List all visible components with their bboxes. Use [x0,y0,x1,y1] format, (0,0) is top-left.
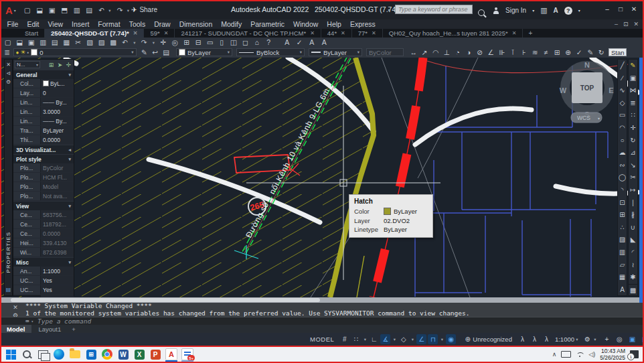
std-properties-icon[interactable]: ◻ [241,38,250,47]
annotation-scale-list-icon[interactable]: λ [542,334,552,344]
close-tab-icon[interactable]: ✕ [341,30,345,36]
std-new-icon[interactable]: ▢ [3,38,13,47]
wifi-icon[interactable] [576,352,584,357]
store-cart-icon[interactable]: ▥ [540,6,547,15]
palette-close-icon[interactable]: ✕ [6,62,11,68]
point-tool-icon[interactable]: ∴ [618,222,627,234]
notification-center-icon[interactable]: 1 [630,350,639,358]
ellipse-arc-tool-icon[interactable]: ◝ [618,184,627,197]
menu-item[interactable]: Window [289,20,322,28]
close-button[interactable]: ✕ [629,5,639,13]
block-editor-icon[interactable]: ▩ [629,285,637,297]
std-zoom-previous-icon[interactable]: ⊟ [194,38,204,47]
arc-tool-icon[interactable]: ◠ [618,122,627,135]
search-input[interactable] [395,5,473,14]
property-value[interactable]: Yes [40,285,74,294]
scale-caret-icon[interactable]: ▾ [574,334,580,344]
polygon-tool-icon[interactable]: ◇ [618,97,627,110]
app-menu-button[interactable]: A ▾ [5,5,16,15]
command-icon[interactable]: ⌨ [25,318,29,325]
lineweight-dropdown[interactable]: ByLayer ▾ [309,48,362,56]
polar-caret-icon[interactable]: ▾ [392,334,397,344]
join-tool-icon[interactable]: ∪ [629,222,637,234]
fillet-tool-icon[interactable]: ◜ [629,246,637,259]
battery-icon[interactable] [561,351,571,358]
insert-block-tool-icon[interactable]: ⊡ [618,197,627,210]
property-value[interactable]: 872.6398 [40,248,74,257]
mtext-tool-icon[interactable]: A [618,284,627,297]
std-open-icon[interactable]: ⬓ [15,38,25,47]
make-object-layer-current-icon[interactable]: ✎ [140,48,149,57]
linetype-dropdown[interactable]: ByBlock ▾ [236,48,305,56]
layer-previous-icon[interactable]: ↩ [151,48,160,57]
close-tab-icon[interactable]: ✕ [310,30,315,36]
dim-space-icon[interactable]: ≋ [531,48,540,57]
selection-type-dropdown[interactable]: N...▾ [15,61,40,68]
microsoft-store-app[interactable]: ⊞ [83,347,99,362]
dim-linear-icon[interactable]: ↔ [409,48,418,57]
break-tool-icon[interactable]: ∦ [629,209,637,222]
qat-open-icon[interactable]: ⬓ [35,6,45,15]
start-button[interactable] [3,347,19,362]
menu-item[interactable]: View [44,20,68,28]
isolate-objects-icon[interactable]: ◎ [615,334,625,344]
file-tab-241217[interactable]: 241217 - SUDUNGDAT - DC QHC TP.HCM* ✕ [175,29,321,38]
close-tab-icon[interactable]: ✕ [133,30,138,36]
std-undo-icon[interactable]: ↶ [120,38,130,47]
property-value[interactable]: ByL... [40,79,74,88]
palette-settings-icon[interactable]: ⚙ [6,79,11,85]
qat-publish-icon[interactable]: ▤ [85,6,94,15]
dim-quick-icon[interactable]: ⊪ [497,48,507,57]
doc-minimize-button[interactable]: – [615,21,618,27]
isodraft-icon[interactable]: ◇ [398,334,408,344]
offset-tool-icon[interactable]: ≣ [629,97,637,110]
property-value[interactable]: 0.0000 [40,229,74,238]
word-app[interactable]: W [115,347,131,362]
dim-break-icon[interactable]: ≠ [542,48,551,57]
blend-tool-icon[interactable]: ≀ [629,259,637,272]
std-model-icon[interactable]: ▭ [206,38,215,47]
dim-baseline-icon[interactable]: ⊺ [509,48,518,57]
doc-close-button[interactable]: ✕ [633,21,639,27]
layer-dropdown[interactable]: ● ☀ ▪ 0 ▾ [13,48,137,56]
polar-tracking-icon[interactable]: ∡ [380,334,390,344]
std-save-icon[interactable]: ▣ [27,38,36,47]
palette-autohide-icon[interactable]: ⊲ [6,70,11,76]
doc-restore-button[interactable]: ⊡ [623,21,629,27]
std-copy-icon[interactable]: ▧ [86,38,95,47]
properties-palette-titlebar[interactable]: ✕ ⊲ ⚙ PROPERTIES ▤ [4,59,13,296]
task-view-button[interactable] [35,347,51,362]
chamfer-tool-icon[interactable]: ◣ [629,234,637,246]
file-tab-250402[interactable]: 250402-QHSDD-GT (7.74)* ✕ [45,29,144,38]
property-value[interactable]: 339.4130 [40,238,74,247]
gradient-tool-icon[interactable]: ▥ [618,246,627,259]
section-misc[interactable]: Misc ▾ [13,258,74,267]
break-at-point-tool-icon[interactable]: ∣ [629,197,637,210]
file-tab-start[interactable]: Start ✕ [19,29,45,38]
property-value[interactable]: 118792... [40,220,74,228]
table-tool-icon[interactable]: ▦ [618,271,627,284]
circle-tool-icon[interactable]: ○ [618,135,627,147]
graphics-performance-icon[interactable]: ▣ [627,334,637,344]
search-icon[interactable] [478,9,485,16]
annotation-pin-icon[interactable]: ◉ [446,334,456,344]
property-value[interactable]: 0 [40,88,74,97]
std-publish-icon[interactable]: ▦ [62,38,72,47]
dim-arc-length-icon[interactable]: ◠ [431,48,440,57]
copy-tool-icon[interactable]: ▣ [629,72,637,85]
text-frame-icon[interactable]: A [320,38,329,47]
std-redo-icon[interactable]: ↷ [140,38,149,47]
file-tab-qh02[interactable]: QH02_Quy hoach_He...s tuyen 281 2025* ✕ [383,29,524,38]
text-style-icon[interactable]: A [307,38,317,47]
dim-inspect-icon[interactable]: ✓ [575,48,584,57]
chrome-app[interactable] [99,347,115,362]
dim-text-edit-icon[interactable]: ✎ [586,48,595,57]
std-paste-icon[interactable]: ▨ [97,38,106,47]
file-tab-44[interactable]: 44* ✕ [321,29,352,38]
layer-properties-manager-icon[interactable]: ≣ [3,48,12,57]
extend-tool-icon[interactable]: ↦ [629,184,637,197]
revision-cloud-tool-icon[interactable]: ☁ [618,147,627,159]
ortho-icon[interactable]: ∟ [369,334,379,344]
menu-item[interactable]: Insert [68,20,94,28]
text-single-line-icon[interactable]: A [283,38,292,47]
